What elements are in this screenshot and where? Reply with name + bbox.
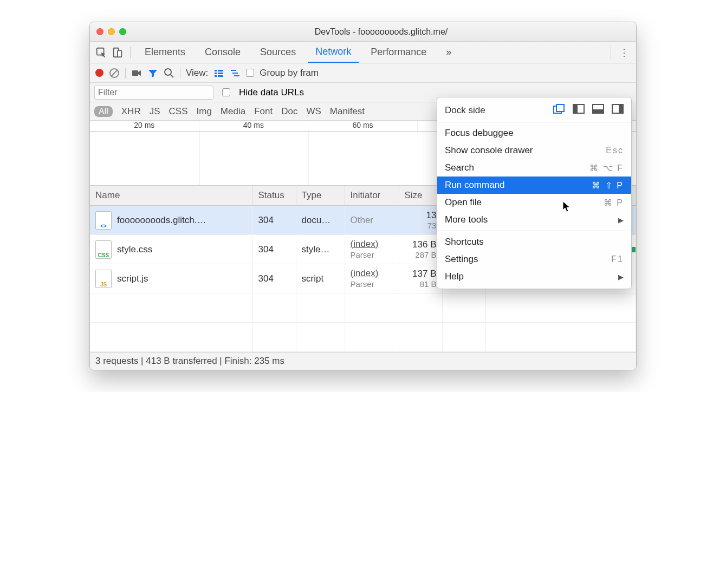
record-button[interactable]	[95, 69, 103, 77]
svg-rect-10	[215, 73, 217, 74]
svg-line-7	[171, 75, 173, 77]
titlebar: DevTools - foooooooods.glitch.me/	[90, 22, 636, 42]
window-title: DevTools - foooooooods.glitch.me/	[133, 27, 630, 37]
tabs-overflow-button[interactable]: »	[438, 42, 459, 63]
tab-performance[interactable]: Performance	[363, 42, 434, 63]
svg-rect-2	[118, 50, 121, 57]
empty-row	[90, 323, 636, 352]
svg-rect-22	[593, 110, 604, 113]
window-controls	[96, 28, 126, 35]
settings-menu-button[interactable]: ⋮	[618, 47, 631, 58]
filter-doc[interactable]: Doc	[281, 106, 297, 117]
filter-manifest[interactable]: Manifest	[330, 106, 365, 117]
waterfall-view-icon[interactable]	[230, 68, 241, 79]
svg-rect-24	[619, 104, 623, 113]
filter-font[interactable]: Font	[254, 106, 273, 117]
svg-rect-13	[218, 75, 223, 77]
large-rows-icon[interactable]	[213, 68, 224, 79]
col-status[interactable]: Status	[252, 186, 296, 206]
js-file-icon: JS	[95, 270, 112, 288]
filter-ws[interactable]: WS	[306, 106, 321, 117]
network-toolbar: View: Group by fram	[90, 63, 636, 83]
svg-rect-15	[232, 73, 238, 74]
filter-xhr[interactable]: XHR	[121, 106, 141, 117]
request-name: style.css	[117, 244, 152, 255]
main-context-menu: Dock side Focus debuggee Show console dr…	[437, 97, 632, 289]
tab-console[interactable]: Console	[197, 42, 248, 63]
request-name: script.js	[117, 273, 148, 284]
separator	[130, 47, 131, 58]
filter-img[interactable]: Img	[197, 106, 212, 117]
status-bar: 3 requests | 413 B transferred | Finish:…	[90, 352, 636, 370]
initiator-link[interactable]: (index)	[351, 268, 379, 278]
clear-icon[interactable]	[109, 68, 120, 79]
svg-rect-9	[218, 70, 223, 71]
svg-rect-18	[556, 104, 564, 112]
menu-open-file[interactable]: Open file⌘ P	[437, 194, 631, 211]
filter-all[interactable]: All	[94, 106, 113, 117]
svg-point-6	[165, 69, 171, 75]
menu-more-tools[interactable]: More tools▶	[437, 211, 631, 228]
mouse-cursor-icon	[562, 201, 571, 213]
group-by-frame-checkbox[interactable]	[246, 69, 254, 77]
initiator-link[interactable]: (index)	[351, 239, 379, 249]
svg-rect-16	[234, 75, 239, 76]
col-type[interactable]: Type	[296, 186, 345, 206]
status-cell: 304	[252, 206, 296, 235]
menu-show-console-drawer[interactable]: Show console drawerEsc	[437, 142, 631, 159]
svg-rect-12	[215, 75, 217, 77]
tick-label: 60 ms	[308, 121, 418, 131]
col-name[interactable]: Name	[90, 186, 252, 206]
dock-undock-icon[interactable]	[553, 104, 565, 116]
menu-run-command[interactable]: Run command⌘ ⇧ P	[437, 177, 631, 194]
filter-icon[interactable]	[147, 68, 158, 79]
hide-data-urls-checkbox[interactable]	[222, 88, 230, 96]
tab-network[interactable]: Network	[308, 42, 359, 63]
dock-bottom-icon[interactable]	[592, 104, 604, 116]
tab-elements[interactable]: Elements	[137, 42, 193, 63]
dock-right-icon[interactable]	[612, 104, 624, 116]
panel-tabbar: Elements Console Sources Network Perform…	[90, 42, 636, 63]
col-size[interactable]: Size	[399, 186, 442, 206]
search-icon[interactable]	[164, 68, 174, 79]
close-window-button[interactable]	[96, 28, 103, 35]
tab-sources[interactable]: Sources	[252, 42, 303, 63]
minimize-window-button[interactable]	[108, 28, 115, 35]
filter-js[interactable]: JS	[150, 106, 160, 117]
camera-icon[interactable]	[131, 68, 142, 79]
status-cell: 304	[252, 264, 296, 293]
html-file-icon: <>	[95, 211, 112, 230]
filter-media[interactable]: Media	[221, 106, 245, 117]
svg-rect-11	[218, 73, 223, 74]
maximize-window-button[interactable]	[119, 28, 126, 35]
empty-row	[90, 293, 636, 323]
type-cell: style…	[296, 235, 345, 264]
col-initiator[interactable]: Initiator	[345, 186, 399, 206]
view-label: View:	[186, 68, 208, 79]
menu-help[interactable]: Help▶	[437, 268, 631, 285]
type-cell: docu…	[296, 206, 345, 235]
menu-focus-debuggee[interactable]: Focus debuggee	[437, 125, 631, 142]
menu-search[interactable]: Search⌘ ⌥ F	[437, 159, 631, 177]
svg-rect-5	[132, 70, 138, 76]
group-by-frame-label: Group by fram	[260, 68, 319, 79]
type-cell: script	[296, 264, 345, 293]
svg-rect-8	[215, 70, 217, 71]
tick-label: 40 ms	[199, 121, 309, 131]
status-cell: 304	[252, 235, 296, 264]
initiator-cell: Other	[351, 215, 374, 225]
filter-css[interactable]: CSS	[169, 106, 188, 117]
svg-rect-14	[231, 70, 236, 71]
svg-line-4	[111, 70, 118, 76]
devtools-window: DevTools - foooooooods.glitch.me/ Elemen…	[89, 22, 637, 370]
menu-shortcuts[interactable]: Shortcuts	[437, 233, 631, 251]
inspect-element-icon[interactable]	[95, 47, 107, 58]
dock-left-icon[interactable]	[573, 104, 585, 116]
filter-input[interactable]	[94, 86, 213, 100]
device-toolbar-icon[interactable]	[112, 47, 124, 58]
dock-side-label: Dock side	[445, 105, 485, 116]
svg-rect-20	[573, 104, 577, 113]
menu-settings[interactable]: SettingsF1	[437, 251, 631, 268]
tick-label: 20 ms	[90, 121, 199, 131]
hide-data-urls-label: Hide data URLs	[239, 87, 304, 98]
